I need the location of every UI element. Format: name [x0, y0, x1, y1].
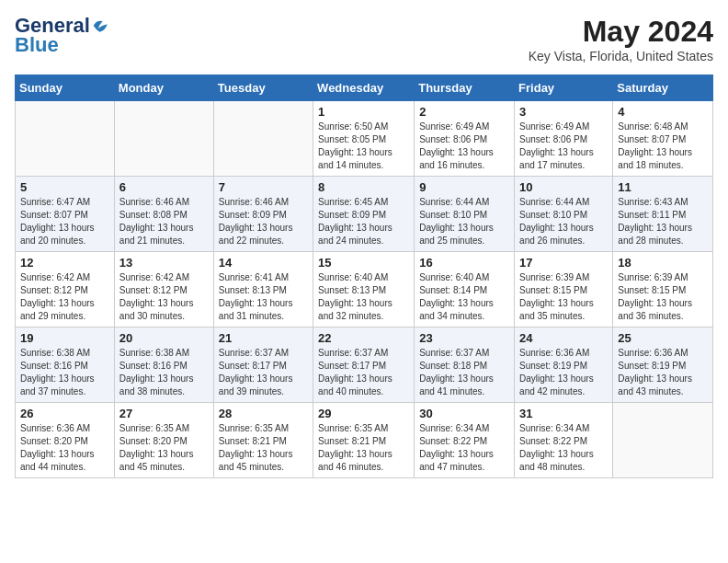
day-info: Sunrise: 6:35 AM Sunset: 8:21 PM Dayligh… [318, 422, 409, 474]
weekday-header-wednesday: Wednesday [313, 75, 415, 101]
day-number: 14 [219, 256, 308, 270]
day-info: Sunrise: 6:36 AM Sunset: 8:19 PM Dayligh… [618, 347, 708, 398]
day-number: 16 [419, 256, 509, 270]
calendar-cell: 20Sunrise: 6:38 AM Sunset: 8:16 PM Dayli… [114, 327, 213, 403]
calendar-week-row: 1Sunrise: 6:50 AM Sunset: 8:05 PM Daylig… [16, 101, 713, 177]
weekday-header-row: SundayMondayTuesdayWednesdayThursdayFrid… [16, 75, 713, 101]
weekday-header-saturday: Saturday [613, 75, 713, 101]
day-info: Sunrise: 6:47 AM Sunset: 8:07 PM Dayligh… [20, 196, 109, 247]
calendar-week-row: 12Sunrise: 6:42 AM Sunset: 8:12 PM Dayli… [16, 252, 713, 327]
day-info: Sunrise: 6:49 AM Sunset: 8:06 PM Dayligh… [419, 121, 509, 172]
day-info: Sunrise: 6:34 AM Sunset: 8:22 PM Dayligh… [419, 422, 509, 474]
calendar-cell: 28Sunrise: 6:35 AM Sunset: 8:21 PM Dayli… [213, 403, 313, 478]
day-info: Sunrise: 6:41 AM Sunset: 8:13 PM Dayligh… [219, 271, 308, 323]
calendar-week-row: 26Sunrise: 6:36 AM Sunset: 8:20 PM Dayli… [16, 403, 713, 478]
calendar-cell: 19Sunrise: 6:38 AM Sunset: 8:16 PM Dayli… [16, 327, 115, 403]
calendar-cell: 12Sunrise: 6:42 AM Sunset: 8:12 PM Dayli… [16, 252, 115, 327]
month-year-title: May 2024 [529, 15, 713, 49]
day-number: 31 [519, 407, 608, 420]
calendar-table: SundayMondayTuesdayWednesdayThursdayFrid… [15, 75, 713, 478]
day-number: 18 [618, 256, 708, 270]
day-info: Sunrise: 6:43 AM Sunset: 8:11 PM Dayligh… [618, 196, 708, 247]
day-info: Sunrise: 6:35 AM Sunset: 8:20 PM Dayligh… [119, 422, 209, 474]
calendar-cell: 7Sunrise: 6:46 AM Sunset: 8:09 PM Daylig… [213, 177, 313, 252]
calendar-cell: 23Sunrise: 6:37 AM Sunset: 8:18 PM Dayli… [415, 327, 515, 403]
calendar-cell: 8Sunrise: 6:45 AM Sunset: 8:09 PM Daylig… [313, 177, 415, 252]
calendar-cell: 21Sunrise: 6:37 AM Sunset: 8:17 PM Dayli… [213, 327, 313, 403]
logo-blue-text: Blue [15, 33, 59, 57]
calendar-cell: 22Sunrise: 6:37 AM Sunset: 8:17 PM Dayli… [313, 327, 415, 403]
day-info: Sunrise: 6:38 AM Sunset: 8:16 PM Dayligh… [20, 347, 109, 398]
day-number: 10 [519, 180, 608, 194]
calendar-cell [16, 101, 115, 177]
day-number: 20 [119, 331, 209, 345]
weekday-header-tuesday: Tuesday [213, 75, 313, 101]
day-number: 25 [618, 331, 708, 345]
day-info: Sunrise: 6:35 AM Sunset: 8:21 PM Dayligh… [219, 422, 308, 474]
weekday-header-friday: Friday [515, 75, 613, 101]
day-number: 26 [20, 407, 109, 420]
calendar-cell: 1Sunrise: 6:50 AM Sunset: 8:05 PM Daylig… [313, 101, 415, 177]
day-number: 21 [219, 331, 308, 345]
day-info: Sunrise: 6:46 AM Sunset: 8:09 PM Dayligh… [219, 196, 308, 247]
day-info: Sunrise: 6:42 AM Sunset: 8:12 PM Dayligh… [119, 271, 209, 323]
day-number: 27 [119, 407, 209, 420]
calendar-cell [613, 403, 713, 478]
day-info: Sunrise: 6:44 AM Sunset: 8:10 PM Dayligh… [519, 196, 608, 247]
day-info: Sunrise: 6:39 AM Sunset: 8:15 PM Dayligh… [519, 271, 608, 323]
day-number: 7 [219, 180, 308, 194]
calendar-week-row: 19Sunrise: 6:38 AM Sunset: 8:16 PM Dayli… [16, 327, 713, 403]
day-number: 12 [20, 256, 109, 270]
day-info: Sunrise: 6:37 AM Sunset: 8:17 PM Dayligh… [219, 347, 308, 398]
day-number: 17 [519, 256, 608, 270]
calendar-cell: 29Sunrise: 6:35 AM Sunset: 8:21 PM Dayli… [313, 403, 415, 478]
day-info: Sunrise: 6:40 AM Sunset: 8:13 PM Dayligh… [318, 271, 409, 323]
day-number: 29 [318, 407, 409, 420]
calendar-cell: 10Sunrise: 6:44 AM Sunset: 8:10 PM Dayli… [515, 177, 613, 252]
weekday-header-thursday: Thursday [415, 75, 515, 101]
day-info: Sunrise: 6:45 AM Sunset: 8:09 PM Dayligh… [318, 196, 409, 247]
day-number: 8 [318, 180, 409, 194]
day-info: Sunrise: 6:36 AM Sunset: 8:19 PM Dayligh… [519, 347, 608, 398]
title-area: May 2024 Key Vista, Florida, United Stat… [529, 15, 713, 63]
location-subtitle: Key Vista, Florida, United States [529, 49, 713, 63]
day-number: 23 [419, 331, 509, 345]
day-info: Sunrise: 6:44 AM Sunset: 8:10 PM Dayligh… [419, 196, 509, 247]
day-info: Sunrise: 6:37 AM Sunset: 8:18 PM Dayligh… [419, 347, 509, 398]
calendar-cell: 27Sunrise: 6:35 AM Sunset: 8:20 PM Dayli… [114, 403, 213, 478]
page-header: General Blue May 2024 Key Vista, Florida… [15, 15, 713, 63]
day-info: Sunrise: 6:36 AM Sunset: 8:20 PM Dayligh… [20, 422, 109, 474]
logo-bird-icon [92, 17, 110, 35]
day-number: 3 [519, 105, 608, 119]
day-info: Sunrise: 6:39 AM Sunset: 8:15 PM Dayligh… [618, 271, 708, 323]
calendar-cell [114, 101, 213, 177]
day-number: 1 [318, 105, 409, 119]
day-info: Sunrise: 6:50 AM Sunset: 8:05 PM Dayligh… [318, 121, 409, 172]
calendar-week-row: 5Sunrise: 6:47 AM Sunset: 8:07 PM Daylig… [16, 177, 713, 252]
calendar-cell: 4Sunrise: 6:48 AM Sunset: 8:07 PM Daylig… [613, 101, 713, 177]
day-number: 4 [618, 105, 708, 119]
calendar-cell: 17Sunrise: 6:39 AM Sunset: 8:15 PM Dayli… [515, 252, 613, 327]
calendar-cell: 3Sunrise: 6:49 AM Sunset: 8:06 PM Daylig… [515, 101, 613, 177]
day-info: Sunrise: 6:48 AM Sunset: 8:07 PM Dayligh… [618, 121, 708, 172]
calendar-cell: 31Sunrise: 6:34 AM Sunset: 8:22 PM Dayli… [515, 403, 613, 478]
day-number: 5 [20, 180, 109, 194]
calendar-cell: 24Sunrise: 6:36 AM Sunset: 8:19 PM Dayli… [515, 327, 613, 403]
calendar-cell: 18Sunrise: 6:39 AM Sunset: 8:15 PM Dayli… [613, 252, 713, 327]
day-info: Sunrise: 6:37 AM Sunset: 8:17 PM Dayligh… [318, 347, 409, 398]
day-number: 11 [618, 180, 708, 194]
day-info: Sunrise: 6:46 AM Sunset: 8:08 PM Dayligh… [119, 196, 209, 247]
calendar-cell: 2Sunrise: 6:49 AM Sunset: 8:06 PM Daylig… [415, 101, 515, 177]
day-number: 19 [20, 331, 109, 345]
day-number: 30 [419, 407, 509, 420]
calendar-cell: 15Sunrise: 6:40 AM Sunset: 8:13 PM Dayli… [313, 252, 415, 327]
day-number: 6 [119, 180, 209, 194]
calendar-cell: 14Sunrise: 6:41 AM Sunset: 8:13 PM Dayli… [213, 252, 313, 327]
day-info: Sunrise: 6:34 AM Sunset: 8:22 PM Dayligh… [519, 422, 608, 474]
day-number: 24 [519, 331, 608, 345]
day-number: 28 [219, 407, 308, 420]
calendar-cell: 26Sunrise: 6:36 AM Sunset: 8:20 PM Dayli… [16, 403, 115, 478]
day-number: 9 [419, 180, 509, 194]
day-number: 22 [318, 331, 409, 345]
day-info: Sunrise: 6:40 AM Sunset: 8:14 PM Dayligh… [419, 271, 509, 323]
